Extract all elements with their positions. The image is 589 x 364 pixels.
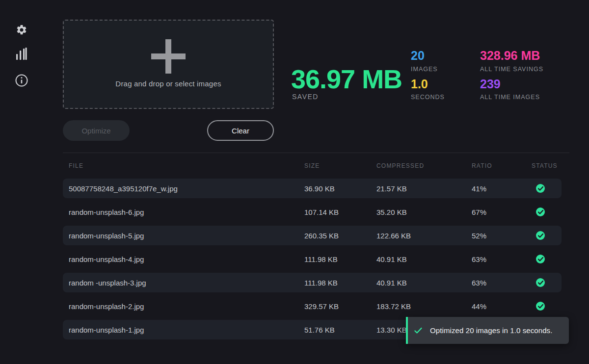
stat-alltime-savings-value: 328.96 MB xyxy=(480,49,540,62)
stat-alltime-images-value: 239 xyxy=(480,77,501,91)
stat-seconds-value: 1.0 xyxy=(411,77,428,91)
compressed-size: 35.20 KB xyxy=(376,208,472,216)
saved-label: SAVED xyxy=(292,93,319,101)
compression-ratio: 67% xyxy=(472,208,532,216)
file-size: 111.98 KB xyxy=(304,279,376,287)
stat-alltime-images-label: ALL TIME IMAGES xyxy=(480,94,540,101)
dropzone[interactable]: Drag and drop or select images xyxy=(63,20,274,109)
success-check-icon xyxy=(536,184,545,193)
results-table: FILE SIZE COMPRESSED RATIO STATUS 500877… xyxy=(63,153,569,343)
file-size: 36.90 KB xyxy=(304,184,376,193)
compressed-size: 122.66 KB xyxy=(376,232,472,240)
file-name: random-unsplash-4.jpg xyxy=(63,255,304,263)
optimize-button[interactable]: Optimize xyxy=(63,120,130,141)
stat-images-label: IMAGES xyxy=(411,66,438,73)
table-row: random -unsplash-3.jpg 111.98 KB 40.91 K… xyxy=(63,273,562,292)
toast-notification: Optimized 20 images in 1.0 seconds. xyxy=(406,317,569,344)
header-file: FILE xyxy=(63,162,304,169)
compressed-size: 40.91 KB xyxy=(376,279,472,287)
compression-ratio: 52% xyxy=(472,232,532,240)
file-size: 111.98 KB xyxy=(304,255,376,263)
dropzone-label: Drag and drop or select images xyxy=(115,79,221,88)
table-row: random-unsplash-2.jpg 329.57 KB 183.72 K… xyxy=(63,296,562,316)
stat-images-value: 20 xyxy=(411,49,425,62)
file-size: 329.57 KB xyxy=(304,302,376,311)
stat-alltime-savings-label: ALL TIME SAVINGS xyxy=(480,66,543,73)
table-row: random-unsplash-6.jpg 107.14 KB 35.20 KB… xyxy=(63,202,562,222)
file-name: random-unsplash-2.jpg xyxy=(63,302,304,311)
compression-ratio: 44% xyxy=(472,302,532,311)
toast-message: Optimized 20 images in 1.0 seconds. xyxy=(430,326,552,335)
compressed-size: 40.91 KB xyxy=(376,255,472,263)
header-ratio: RATIO xyxy=(472,162,532,169)
compression-ratio: 41% xyxy=(472,184,532,193)
gear-icon xyxy=(16,24,27,36)
success-check-icon xyxy=(536,208,545,216)
success-check-icon xyxy=(536,255,545,263)
file-size: 51.76 KB xyxy=(304,326,376,334)
table-body: 50087758248_a395120f7e_w.jpg 36.90 KB 21… xyxy=(63,179,569,339)
success-check-icon xyxy=(536,231,545,240)
clear-button[interactable]: Clear xyxy=(207,120,274,141)
toast-accent-bar xyxy=(406,317,408,344)
stat-seconds-label: SECONDS xyxy=(411,94,445,101)
header-size: SIZE xyxy=(304,162,376,169)
check-icon xyxy=(414,327,422,334)
file-name: random -unsplash-3.jpg xyxy=(63,279,304,287)
compression-ratio: 63% xyxy=(472,255,532,263)
header-compressed: COMPRESSED xyxy=(376,162,472,169)
file-name: random-unsplash-1.jpg xyxy=(63,326,304,334)
compressed-size: 21.57 KB xyxy=(376,184,472,193)
table-row: random-unsplash-5.jpg 260.35 KB 122.66 K… xyxy=(63,226,562,245)
compression-ratio: 63% xyxy=(472,279,532,287)
table-header: FILE SIZE COMPRESSED RATIO STATUS xyxy=(63,153,562,179)
table-row: 50087758248_a395120f7e_w.jpg 36.90 KB 21… xyxy=(63,179,562,198)
settings-button[interactable] xyxy=(15,23,28,37)
plus-icon xyxy=(151,39,186,74)
success-check-icon xyxy=(536,278,545,287)
saved-total: 36.97 MB xyxy=(291,65,402,93)
table-row: random-unsplash-4.jpg 111.98 KB 40.91 KB… xyxy=(63,249,562,269)
about-button[interactable] xyxy=(15,74,28,87)
header-status: STATUS xyxy=(532,162,562,169)
info-icon xyxy=(15,74,28,87)
file-name: random-unsplash-6.jpg xyxy=(63,208,304,216)
file-name: 50087758248_a395120f7e_w.jpg xyxy=(63,184,304,193)
statistics-button[interactable] xyxy=(15,47,28,61)
file-name: random-unsplash-5.jpg xyxy=(63,232,304,240)
file-size: 107.14 KB xyxy=(304,208,376,216)
app-window: Drag and drop or select images Optimize … xyxy=(0,0,589,364)
file-size: 260.35 KB xyxy=(304,232,376,240)
compressed-size: 183.72 KB xyxy=(376,302,472,311)
success-check-icon xyxy=(536,302,545,311)
bar-chart-icon xyxy=(15,47,28,61)
